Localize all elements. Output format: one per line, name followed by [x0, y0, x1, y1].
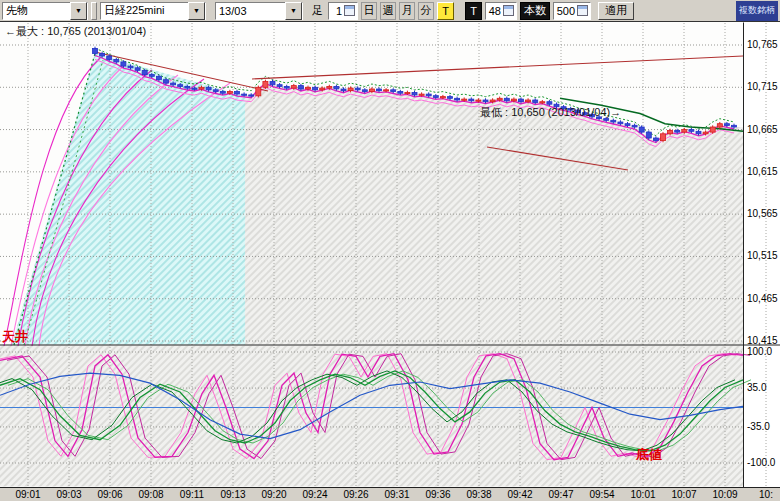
- spinner-icon[interactable]: [503, 5, 514, 16]
- symbol-select[interactable]: 日経225mini ▼: [100, 2, 206, 20]
- time-label: 09:36: [423, 489, 453, 500]
- spinner-icon[interactable]: [577, 5, 588, 16]
- contract-select-value: 13/03: [219, 5, 247, 17]
- time-label: 09:31: [382, 489, 412, 500]
- ceiling-label: 天井: [2, 328, 28, 346]
- time-label: 10:01: [628, 489, 658, 500]
- time-label: 09:38: [464, 489, 494, 500]
- bar-interval-input[interactable]: 1: [328, 2, 358, 20]
- apply-button[interactable]: 適用: [598, 2, 634, 20]
- honsu-button[interactable]: 本数: [520, 2, 550, 20]
- toolbar: 先物 ▼ 日経225mini ▼ 13/03 ▼ 足 1 日 週 月 分 T T…: [0, 0, 780, 22]
- range-value: 500: [556, 5, 575, 17]
- time-label: 09:20: [259, 489, 289, 500]
- bars-count-value: 48: [488, 5, 501, 17]
- candlestick-chart[interactable]: [0, 22, 780, 487]
- period-minute-button[interactable]: 分: [418, 2, 434, 20]
- bar-interval-value: 1: [331, 5, 342, 17]
- time-label: 09:01: [13, 489, 43, 500]
- chevron-down-icon[interactable]: ▼: [285, 2, 302, 20]
- spinner-icon[interactable]: [344, 5, 355, 16]
- range-input[interactable]: 500: [553, 2, 591, 20]
- bars-count-input[interactable]: 48: [485, 2, 517, 20]
- instrument-select-value: 先物: [6, 3, 28, 18]
- time-label: 10:09: [710, 489, 740, 500]
- time-label: 09:08: [136, 489, 166, 500]
- time-label: 10:07: [669, 489, 699, 500]
- bar-interval-label: 足: [312, 3, 323, 18]
- toolbar-separator: [91, 2, 97, 20]
- time-label: 09:42: [505, 489, 535, 500]
- period-month-button[interactable]: 月: [399, 2, 415, 20]
- time-label: 09:47: [546, 489, 576, 500]
- time-label: 09:24: [300, 489, 330, 500]
- session-high-annotation: ←最大 : 10,765 (2013/01/04): [5, 24, 146, 39]
- time-axis: 09:0109:0309:0609:0809:1109:1309:2009:24…: [0, 487, 780, 501]
- time-label: 09:54: [587, 489, 617, 500]
- symbol-select-value: 日経225mini: [104, 3, 165, 18]
- contract-select[interactable]: 13/03 ▼: [215, 2, 303, 20]
- chevron-down-icon[interactable]: ▼: [188, 2, 205, 20]
- period-day-button[interactable]: 日: [361, 2, 377, 20]
- tick-mode-button[interactable]: T: [437, 2, 454, 20]
- time-label: 09:03: [54, 489, 84, 500]
- time-label: 09:13: [218, 489, 248, 500]
- instrument-select[interactable]: 先物 ▼: [2, 2, 88, 20]
- time-label: 10:: [751, 489, 780, 500]
- time-label: 09:11: [177, 489, 207, 500]
- chevron-down-icon[interactable]: ▼: [70, 2, 87, 20]
- multi-symbol-button[interactable]: 複数銘柄: [736, 1, 778, 21]
- bottom-label: 底値: [636, 446, 662, 464]
- time-label: 09:06: [95, 489, 125, 500]
- period-week-button[interactable]: 週: [380, 2, 396, 20]
- time-label: 09:26: [341, 489, 371, 500]
- session-low-annotation: 最低 : 10,650 (2013/01/04)→: [480, 105, 621, 120]
- t2-button[interactable]: T: [465, 2, 482, 20]
